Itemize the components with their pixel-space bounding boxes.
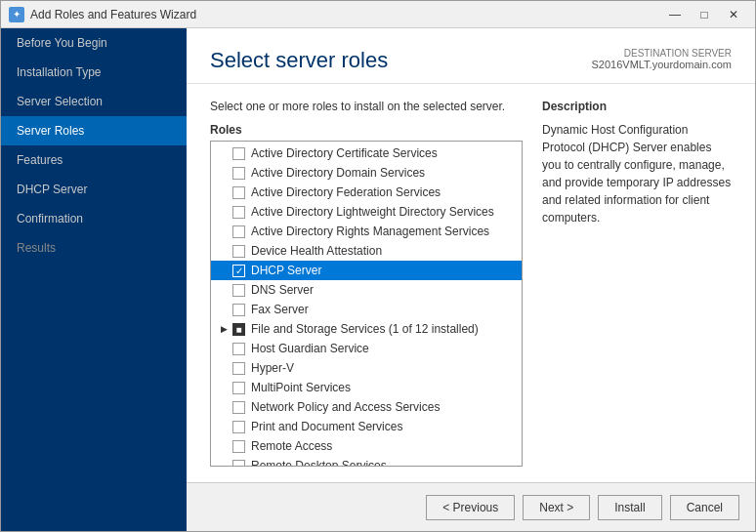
install-button[interactable]: Install <box>598 495 661 520</box>
previous-button[interactable]: < Previous <box>426 495 515 520</box>
role-checkbox[interactable] <box>232 440 245 453</box>
list-item[interactable]: Active Directory Federation Services <box>211 183 522 202</box>
title-bar-left: ✦ Add Roles and Features Wizard <box>9 7 196 22</box>
list-item[interactable]: Active Directory Domain Services <box>211 163 522 183</box>
sidebar-item-before-you-begin[interactable]: Before You Begin <box>1 28 187 58</box>
role-label: Active Directory Lightweight Directory S… <box>251 205 494 219</box>
list-item[interactable]: Remote Access <box>211 436 522 456</box>
expand-icon <box>217 166 231 180</box>
expand-icon <box>217 283 231 297</box>
role-checkbox[interactable] <box>232 401 245 414</box>
list-item[interactable]: Fax Server <box>211 300 522 319</box>
sidebar-item-installation-type[interactable]: Installation Type <box>1 58 187 87</box>
role-label: Remote Access <box>251 439 332 453</box>
role-checkbox[interactable] <box>232 362 245 375</box>
role-checkbox-file-storage[interactable]: ■ <box>232 323 245 336</box>
list-item[interactable]: Active Directory Rights Management Servi… <box>211 222 522 241</box>
window-title: Add Roles and Features Wizard <box>30 8 196 21</box>
expand-icon <box>217 361 231 375</box>
role-label: Remote Desktop Services <box>251 459 387 467</box>
role-checkbox[interactable] <box>232 343 245 355</box>
roles-list[interactable]: Active Directory Certificate Services Ac… <box>211 142 522 467</box>
list-item[interactable]: Hyper-V <box>211 358 522 378</box>
role-label: Active Directory Domain Services <box>251 166 425 180</box>
description-title: Description <box>542 100 732 113</box>
expand-icon-file-storage[interactable]: ▶ <box>217 322 231 336</box>
main-window: ✦ Add Roles and Features Wizard — □ ✕ Be… <box>0 0 756 532</box>
page-title: Select server roles <box>210 48 388 73</box>
sidebar-item-features[interactable]: Features <box>1 145 187 175</box>
role-label: Active Directory Federation Services <box>251 185 441 199</box>
sidebar-item-confirmation[interactable]: Confirmation <box>1 204 187 233</box>
role-label: File and Storage Services (1 of 12 insta… <box>251 322 479 336</box>
expand-icon <box>217 459 231 467</box>
expand-icon <box>217 420 231 433</box>
role-checkbox[interactable] <box>232 460 245 468</box>
role-label: MultiPoint Services <box>251 381 351 394</box>
destination-server-label: DESTINATION SERVER <box>592 48 732 59</box>
role-label: DHCP Server <box>251 264 321 277</box>
footer: < Previous Next > Install Cancel <box>187 482 755 531</box>
role-checkbox[interactable] <box>232 206 245 219</box>
expand-icon <box>217 244 231 258</box>
expand-icon <box>217 400 231 414</box>
role-checkbox[interactable] <box>232 147 245 160</box>
next-button[interactable]: Next > <box>523 495 590 520</box>
list-item-file-storage[interactable]: ▶ ■ File and Storage Services (1 of 12 i… <box>211 319 522 339</box>
maximize-button[interactable]: □ <box>691 5 718 24</box>
role-checkbox[interactable] <box>232 167 245 180</box>
expand-icon <box>217 439 231 453</box>
expand-icon <box>217 146 231 160</box>
role-label: Network Policy and Access Services <box>251 400 440 414</box>
content-area: Before You Begin Installation Type Serve… <box>1 28 755 531</box>
sidebar-item-dhcp-server[interactable]: DHCP Server <box>1 175 187 204</box>
list-item[interactable]: Host Guardian Service <box>211 339 522 358</box>
sidebar-item-server-roles[interactable]: Server Roles <box>1 116 187 145</box>
roles-instruction: Select one or more roles to install on t… <box>210 100 523 113</box>
expand-icon <box>217 185 231 199</box>
role-checkbox[interactable] <box>232 421 245 433</box>
list-item[interactable]: MultiPoint Services <box>211 378 522 397</box>
expand-icon <box>217 225 231 238</box>
destination-server-name: S2016VMLT.yourdomain.com <box>592 59 732 70</box>
description-panel: Description Dynamic Host Configuration P… <box>542 100 732 467</box>
list-item[interactable]: Active Directory Lightweight Directory S… <box>211 202 522 222</box>
close-button[interactable]: ✕ <box>720 5 747 24</box>
list-item[interactable]: DNS Server <box>211 280 522 300</box>
main-content: Select server roles DESTINATION SERVER S… <box>187 28 755 531</box>
expand-icon <box>217 205 231 219</box>
list-item[interactable]: Remote Desktop Services <box>211 456 522 467</box>
roles-label: Roles <box>210 123 523 137</box>
role-checkbox-dhcp[interactable]: ✓ <box>232 265 245 277</box>
role-checkbox[interactable] <box>232 245 245 258</box>
roles-panel: Select one or more roles to install on t… <box>210 100 523 467</box>
body-section: Select one or more roles to install on t… <box>187 84 755 482</box>
list-item[interactable]: Network Policy and Access Services <box>211 397 522 417</box>
list-item[interactable]: Print and Document Services <box>211 417 522 436</box>
role-checkbox[interactable] <box>232 382 245 394</box>
title-bar-controls: — □ ✕ <box>661 5 747 24</box>
role-checkbox[interactable] <box>232 225 245 238</box>
list-item-dhcp[interactable]: ✓ DHCP Server <box>211 261 522 280</box>
app-icon: ✦ <box>9 7 24 22</box>
role-label: Active Directory Rights Management Servi… <box>251 225 489 238</box>
role-checkbox[interactable] <box>232 304 245 316</box>
cancel-button[interactable]: Cancel <box>670 495 739 520</box>
role-label: Fax Server <box>251 303 309 316</box>
sidebar-item-server-selection[interactable]: Server Selection <box>1 87 187 116</box>
list-item[interactable]: Active Directory Certificate Services <box>211 143 522 163</box>
minimize-button[interactable]: — <box>661 5 689 24</box>
expand-icon <box>217 264 231 277</box>
roles-list-container: Active Directory Certificate Services Ac… <box>210 141 523 467</box>
expand-icon <box>217 342 231 355</box>
role-label: Device Health Attestation <box>251 244 382 258</box>
role-label: Print and Document Services <box>251 420 402 433</box>
role-checkbox[interactable] <box>232 284 245 297</box>
role-label: Host Guardian Service <box>251 342 369 355</box>
header-section: Select server roles DESTINATION SERVER S… <box>187 28 755 84</box>
role-checkbox[interactable] <box>232 186 245 199</box>
role-label: DNS Server <box>251 283 314 297</box>
sidebar-item-results: Results <box>1 233 187 263</box>
list-item[interactable]: Device Health Attestation <box>211 241 522 261</box>
description-text: Dynamic Host Configuration Protocol (DHC… <box>542 121 732 226</box>
